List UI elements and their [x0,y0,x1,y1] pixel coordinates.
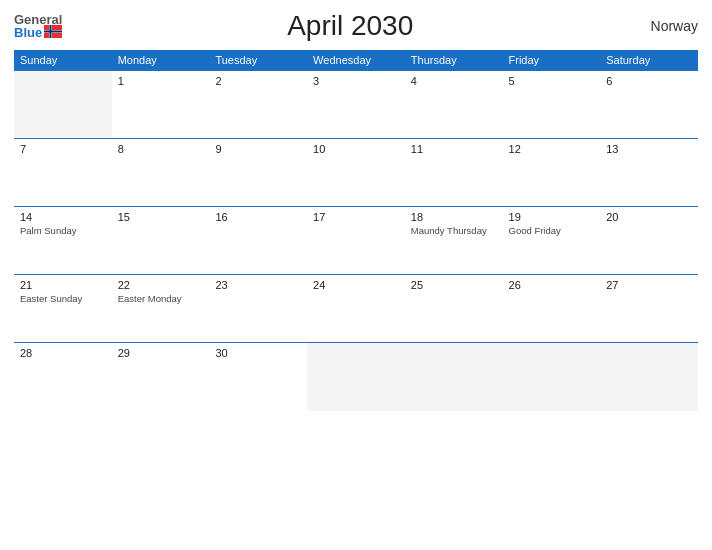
calendar-cell: 29 [112,343,210,411]
col-sunday: Sunday [14,50,112,71]
day-number: 14 [20,211,106,223]
calendar-cell [600,343,698,411]
day-number: 24 [313,279,399,291]
day-number: 26 [509,279,595,291]
calendar-cell: 15 [112,207,210,275]
page: General Blue April 2030 Norway Sunday Mo… [0,0,712,550]
day-number: 21 [20,279,106,291]
calendar-cell: 8 [112,139,210,207]
logo-flag-icon [44,25,62,38]
day-event: Good Friday [509,225,595,237]
day-number: 4 [411,75,497,87]
country-label: Norway [638,18,698,34]
day-number: 19 [509,211,595,223]
col-monday: Monday [112,50,210,71]
calendar-week-row: 123456 [14,71,698,139]
day-number: 13 [606,143,692,155]
calendar-table: Sunday Monday Tuesday Wednesday Thursday… [14,50,698,411]
day-number: 25 [411,279,497,291]
day-number: 16 [215,211,301,223]
day-number: 27 [606,279,692,291]
day-number: 18 [411,211,497,223]
calendar-cell [503,343,601,411]
col-wednesday: Wednesday [307,50,405,71]
day-number: 29 [118,347,204,359]
day-number: 30 [215,347,301,359]
calendar-cell: 10 [307,139,405,207]
day-number: 8 [118,143,204,155]
svg-rect-4 [44,31,62,33]
day-number: 1 [118,75,204,87]
calendar-cell: 7 [14,139,112,207]
day-number: 23 [215,279,301,291]
calendar-cell: 17 [307,207,405,275]
logo-blue-text: Blue [14,26,42,39]
col-tuesday: Tuesday [209,50,307,71]
calendar-cell [405,343,503,411]
day-number: 2 [215,75,301,87]
header: General Blue April 2030 Norway [14,10,698,42]
day-number: 7 [20,143,106,155]
calendar-cell [14,71,112,139]
calendar-week-row: 21Easter Sunday22Easter Monday2324252627 [14,275,698,343]
calendar-cell: 14Palm Sunday [14,207,112,275]
calendar-cell: 20 [600,207,698,275]
calendar-cell: 5 [503,71,601,139]
calendar-cell: 18Maundy Thursday [405,207,503,275]
col-thursday: Thursday [405,50,503,71]
calendar-cell: 11 [405,139,503,207]
calendar-week-row: 282930 [14,343,698,411]
calendar-cell: 13 [600,139,698,207]
calendar-title: April 2030 [62,10,638,42]
logo: General Blue [14,13,62,39]
day-number: 17 [313,211,399,223]
day-number: 20 [606,211,692,223]
day-number: 10 [313,143,399,155]
day-number: 6 [606,75,692,87]
calendar-cell: 28 [14,343,112,411]
calendar-cell: 3 [307,71,405,139]
calendar-cell: 9 [209,139,307,207]
day-number: 12 [509,143,595,155]
day-event: Easter Monday [118,293,204,305]
calendar-cell: 12 [503,139,601,207]
col-friday: Friday [503,50,601,71]
calendar-cell: 21Easter Sunday [14,275,112,343]
calendar-cell: 25 [405,275,503,343]
col-saturday: Saturday [600,50,698,71]
day-number: 15 [118,211,204,223]
day-event: Maundy Thursday [411,225,497,237]
day-number: 22 [118,279,204,291]
day-number: 28 [20,347,106,359]
weekday-header-row: Sunday Monday Tuesday Wednesday Thursday… [14,50,698,71]
calendar-cell: 30 [209,343,307,411]
calendar-cell: 22Easter Monday [112,275,210,343]
day-number: 9 [215,143,301,155]
calendar-cell: 24 [307,275,405,343]
calendar-cell: 27 [600,275,698,343]
calendar-cell: 26 [503,275,601,343]
calendar-cell: 1 [112,71,210,139]
calendar-week-row: 78910111213 [14,139,698,207]
day-number: 3 [313,75,399,87]
day-number: 5 [509,75,595,87]
day-event: Palm Sunday [20,225,106,237]
calendar-cell: 16 [209,207,307,275]
calendar-cell: 19Good Friday [503,207,601,275]
day-number: 11 [411,143,497,155]
calendar-week-row: 14Palm Sunday15161718Maundy Thursday19Go… [14,207,698,275]
calendar-cell: 2 [209,71,307,139]
calendar-cell [307,343,405,411]
calendar-cell: 4 [405,71,503,139]
calendar-cell: 6 [600,71,698,139]
calendar-cell: 23 [209,275,307,343]
day-event: Easter Sunday [20,293,106,305]
